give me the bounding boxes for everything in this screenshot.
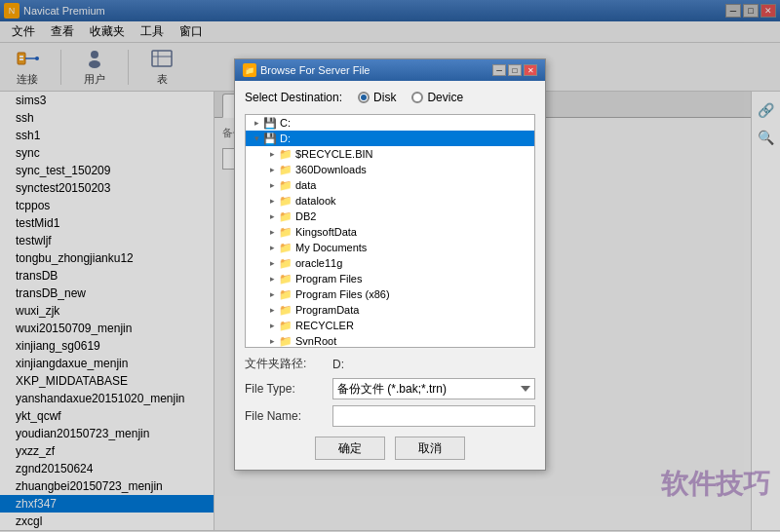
tree-folder-icon: 📁 [279,179,292,191]
dialog-window-controls: ─ □ ✕ [492,64,537,76]
tree-item-data[interactable]: ▸📁data [246,177,534,193]
tree-item-label: C: [280,117,291,129]
tree-expand-icon[interactable]: ▸ [265,194,279,208]
browse-dialog: 📁 Browse For Server File ─ □ ✕ Select De… [234,58,546,471]
radio-device-label: Device [427,91,463,104]
radio-disk[interactable]: Disk [358,91,396,104]
tree-item-label: D: [280,133,291,144]
tree-folder-icon: 📁 [279,320,292,331]
file-name-row: File Name: [245,405,535,427]
folder-path-label: 文件夹路径: [245,356,332,372]
folder-path-value: D: [332,358,535,371]
dialog-title: Browse For Server File [260,64,370,76]
tree-item-label: Program Files (x86) [295,288,390,300]
file-name-input[interactable] [332,405,535,427]
tree-item-label: My Documents [295,242,367,253]
tree-item-label: SvnRoot [295,335,336,347]
radio-disk-label: Disk [373,91,396,104]
tree-expand-icon[interactable]: ▸ [265,178,279,192]
tree-folder-icon: 📁 [279,195,292,207]
dialog-titlebar-left: 📁 Browse For Server File [243,63,370,77]
tree-expand-icon[interactable]: ▸ [265,225,279,239]
tree-item-label: KingsoftData [295,226,357,238]
select-destination-row: Select Destination: Disk Device [245,91,535,104]
tree-item-360Downloads[interactable]: ▸📁360Downloads [246,162,534,177]
radio-device[interactable]: Device [411,91,463,104]
tree-item-$RECYCLE.BIN[interactable]: ▸📁$RECYCLE.BIN [246,146,534,162]
file-tree[interactable]: ▸💾C:▾💾D:▸📁$RECYCLE.BIN▸📁360Downloads▸📁da… [245,114,535,348]
tree-folder-icon: 💾 [263,133,277,144]
tree-item-KingsoftData[interactable]: ▸📁KingsoftData [246,224,534,240]
tree-folder-icon: 📁 [279,242,292,253]
tree-item-label: $RECYCLE.BIN [295,148,372,160]
dialog-icon: 📁 [243,63,256,77]
tree-expand-icon[interactable]: ▸ [265,256,279,270]
tree-item-label: datalook [295,195,336,207]
cancel-button[interactable]: 取消 [395,437,465,460]
tree-item-datalook[interactable]: ▸📁datalook [246,193,534,209]
tree-expand-icon[interactable]: ▸ [265,287,279,301]
tree-item-ProgramData[interactable]: ▸📁ProgramData [246,302,534,318]
tree-expand-icon[interactable]: ▾ [250,132,263,145]
tree-expand-icon[interactable]: ▸ [265,272,279,285]
tree-item-Program_Files[interactable]: ▸📁Program Files [246,271,534,286]
tree-item-DB2[interactable]: ▸📁DB2 [246,209,534,224]
tree-folder-icon: 📁 [279,164,292,175]
tree-item-label: 360Downloads [295,164,367,175]
tree-expand-icon[interactable]: ▸ [265,241,279,254]
dialog-titlebar: 📁 Browse For Server File ─ □ ✕ [235,59,545,81]
dialog-body: Select Destination: Disk Device ▸💾C:▾💾D:… [235,81,545,470]
tree-expand-icon[interactable]: ▸ [265,147,279,161]
file-type-label: File Type: [245,382,332,396]
tree-expand-icon[interactable]: ▸ [265,163,279,176]
tree-expand-icon[interactable]: ▸ [265,303,279,317]
radio-device-indicator [411,92,423,103]
tree-item-D:[interactable]: ▾💾D: [246,131,534,146]
tree-folder-icon: 💾 [263,117,277,129]
tree-item-My_Documents[interactable]: ▸📁My Documents [246,240,534,255]
confirm-button[interactable]: 确定 [315,437,385,460]
dialog-overlay: 📁 Browse For Server File ─ □ ✕ Select De… [0,0,780,532]
file-type-row: File Type: 备份文件 (*.bak;*.trn) [245,378,535,399]
radio-disk-indicator [358,92,370,103]
tree-item-RECYCLER[interactable]: ▸📁RECYCLER [246,318,534,333]
dialog-minimize-button[interactable]: ─ [492,64,506,76]
tree-item-label: oracle11g [295,257,342,269]
tree-item-SvnRoot[interactable]: ▸📁SvnRoot [246,333,534,348]
select-destination-label: Select Destination: [245,91,342,104]
tree-folder-icon: 📁 [279,273,292,285]
tree-item-label: ProgramData [295,304,359,316]
file-type-select[interactable]: 备份文件 (*.bak;*.trn) [332,378,535,399]
tree-folder-icon: 📁 [279,257,292,269]
tree-expand-icon[interactable]: ▸ [265,319,279,332]
folder-path-row: 文件夹路径: D: [245,356,535,372]
tree-item-label: DB2 [295,210,316,222]
tree-expand-icon[interactable]: ▸ [265,334,279,348]
tree-item-label: data [295,179,316,191]
tree-folder-icon: 📁 [279,210,292,222]
file-name-label: File Name: [245,409,332,423]
tree-expand-icon[interactable]: ▸ [265,209,279,223]
tree-item-label: RECYCLER [295,320,354,331]
tree-item-oracle11g[interactable]: ▸📁oracle11g [246,255,534,271]
dialog-buttons: 确定 取消 [245,437,535,460]
tree-folder-icon: 📁 [279,335,292,347]
tree-folder-icon: 📁 [279,226,292,238]
dialog-close-button[interactable]: ✕ [524,64,537,76]
dialog-maximize-button[interactable]: □ [508,64,522,76]
tree-expand-icon[interactable]: ▸ [250,116,263,130]
tree-item-label: Program Files [295,273,362,285]
tree-item-Program_Files_(x86)[interactable]: ▸📁Program Files (x86) [246,286,534,302]
tree-item-C:[interactable]: ▸💾C: [246,115,534,131]
tree-folder-icon: 📁 [279,304,292,316]
tree-folder-icon: 📁 [279,148,292,160]
tree-folder-icon: 📁 [279,288,292,300]
